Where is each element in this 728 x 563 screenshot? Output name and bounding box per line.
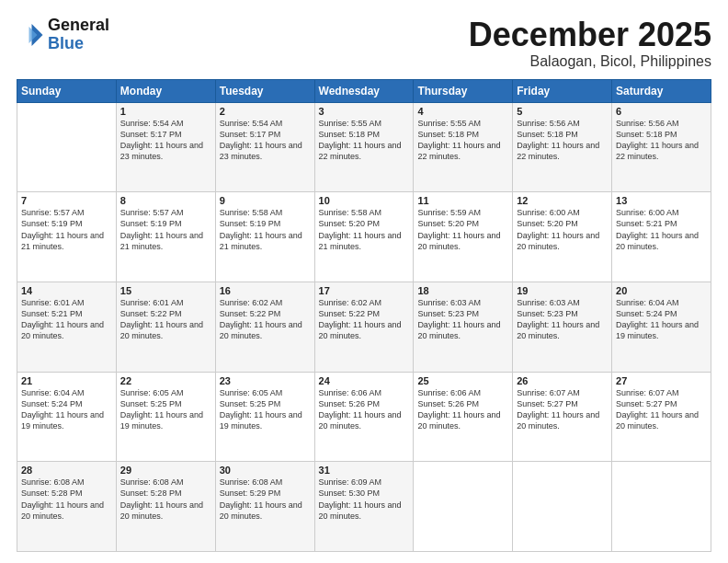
sunrise-text: Sunrise: 6:01 AM [21, 297, 112, 308]
daylight-text: Daylight: 11 hours and 22 minutes. [616, 140, 707, 162]
daylight-text: Daylight: 11 hours and 20 minutes. [417, 409, 508, 431]
calendar-day-cell: 31 Sunrise: 6:09 AM Sunset: 5:30 PM Dayl… [314, 462, 414, 552]
sunrise-text: Sunrise: 5:58 AM [319, 207, 410, 218]
day-number: 3 [319, 106, 410, 117]
daylight-text: Daylight: 11 hours and 20 minutes. [517, 319, 608, 341]
day-number: 1 [120, 106, 211, 117]
sunrise-text: Sunrise: 6:05 AM [220, 387, 311, 398]
calendar-day-cell: 26 Sunrise: 6:07 AM Sunset: 5:27 PM Dayl… [513, 372, 612, 462]
sunset-text: Sunset: 5:27 PM [517, 398, 608, 409]
sunset-text: Sunset: 5:21 PM [21, 308, 112, 319]
daylight-text: Daylight: 11 hours and 21 minutes. [319, 230, 410, 252]
sunset-text: Sunset: 5:28 PM [120, 488, 211, 499]
sunrise-text: Sunrise: 6:02 AM [319, 297, 410, 308]
day-info: Sunrise: 6:04 AM Sunset: 5:24 PM Dayligh… [616, 297, 707, 342]
sunset-text: Sunset: 5:22 PM [319, 308, 410, 319]
logo-text: General Blue [48, 17, 109, 53]
calendar-day-cell: 18 Sunrise: 6:03 AM Sunset: 5:23 PM Dayl… [414, 282, 513, 372]
day-info: Sunrise: 6:07 AM Sunset: 5:27 PM Dayligh… [517, 387, 608, 432]
sunset-text: Sunset: 5:20 PM [517, 218, 608, 229]
calendar-day-cell: 28 Sunrise: 6:08 AM Sunset: 5:28 PM Dayl… [17, 462, 117, 552]
day-number: 5 [517, 106, 608, 117]
day-info: Sunrise: 6:03 AM Sunset: 5:23 PM Dayligh… [417, 297, 508, 342]
day-number: 22 [120, 375, 211, 386]
logo-icon [17, 21, 44, 49]
day-info: Sunrise: 5:58 AM Sunset: 5:20 PM Dayligh… [319, 207, 410, 252]
sunrise-text: Sunrise: 5:56 AM [616, 118, 707, 129]
sunset-text: Sunset: 5:29 PM [220, 488, 311, 499]
day-info: Sunrise: 6:02 AM Sunset: 5:22 PM Dayligh… [319, 297, 410, 342]
sunrise-text: Sunrise: 5:58 AM [220, 207, 311, 218]
day-number: 21 [21, 375, 112, 386]
sunrise-text: Sunrise: 6:03 AM [517, 297, 608, 308]
sunset-text: Sunset: 5:25 PM [220, 398, 311, 409]
day-info: Sunrise: 5:57 AM Sunset: 5:19 PM Dayligh… [120, 207, 211, 252]
calendar-day-cell: 3 Sunrise: 5:55 AM Sunset: 5:18 PM Dayli… [314, 102, 414, 192]
day-of-week-header: Sunday [17, 79, 117, 102]
daylight-text: Daylight: 11 hours and 20 minutes. [319, 319, 410, 341]
day-number: 20 [616, 285, 707, 296]
day-info: Sunrise: 6:06 AM Sunset: 5:26 PM Dayligh… [319, 387, 410, 432]
day-info: Sunrise: 5:55 AM Sunset: 5:18 PM Dayligh… [319, 118, 410, 163]
calendar-day-cell: 7 Sunrise: 5:57 AM Sunset: 5:19 PM Dayli… [17, 192, 117, 282]
day-info: Sunrise: 6:08 AM Sunset: 5:28 PM Dayligh… [120, 477, 211, 522]
daylight-text: Daylight: 11 hours and 20 minutes. [120, 500, 211, 522]
calendar-header-row: SundayMondayTuesdayWednesdayThursdayFrid… [17, 79, 711, 102]
header: General Blue December 2025 Balaogan, Bic… [17, 17, 711, 70]
sunset-text: Sunset: 5:19 PM [220, 218, 311, 229]
sunrise-text: Sunrise: 6:08 AM [120, 477, 211, 488]
calendar-day-cell: 10 Sunrise: 5:58 AM Sunset: 5:20 PM Dayl… [314, 192, 414, 282]
daylight-text: Daylight: 11 hours and 23 minutes. [220, 140, 311, 162]
day-number: 17 [319, 285, 410, 296]
day-number: 24 [319, 375, 410, 386]
sunset-text: Sunset: 5:18 PM [417, 129, 508, 140]
sunset-text: Sunset: 5:26 PM [319, 398, 410, 409]
calendar-day-cell: 19 Sunrise: 6:03 AM Sunset: 5:23 PM Dayl… [513, 282, 612, 372]
sunrise-text: Sunrise: 6:02 AM [220, 297, 311, 308]
calendar-day-cell: 25 Sunrise: 6:06 AM Sunset: 5:26 PM Dayl… [414, 372, 513, 462]
sunrise-text: Sunrise: 5:55 AM [319, 118, 410, 129]
day-info: Sunrise: 5:54 AM Sunset: 5:17 PM Dayligh… [220, 118, 311, 163]
calendar-day-cell: 5 Sunrise: 5:56 AM Sunset: 5:18 PM Dayli… [513, 102, 612, 192]
calendar-week-row: 28 Sunrise: 6:08 AM Sunset: 5:28 PM Dayl… [17, 462, 711, 552]
page: General Blue December 2025 Balaogan, Bic… [0, 0, 728, 563]
calendar-day-cell: 11 Sunrise: 5:59 AM Sunset: 5:20 PM Dayl… [414, 192, 513, 282]
day-number: 7 [21, 195, 112, 206]
sunrise-text: Sunrise: 6:07 AM [616, 387, 707, 398]
sunset-text: Sunset: 5:24 PM [616, 308, 707, 319]
daylight-text: Daylight: 11 hours and 20 minutes. [616, 409, 707, 431]
day-number: 6 [616, 106, 707, 117]
day-of-week-header: Wednesday [314, 79, 414, 102]
sunrise-text: Sunrise: 6:04 AM [21, 387, 112, 398]
day-info: Sunrise: 6:08 AM Sunset: 5:28 PM Dayligh… [21, 477, 112, 522]
sunset-text: Sunset: 5:17 PM [220, 129, 311, 140]
calendar-day-cell: 21 Sunrise: 6:04 AM Sunset: 5:24 PM Dayl… [17, 372, 117, 462]
calendar-day-cell: 23 Sunrise: 6:05 AM Sunset: 5:25 PM Dayl… [215, 372, 314, 462]
day-info: Sunrise: 5:56 AM Sunset: 5:18 PM Dayligh… [517, 118, 608, 163]
sunset-text: Sunset: 5:21 PM [616, 218, 707, 229]
daylight-text: Daylight: 11 hours and 20 minutes. [417, 230, 508, 252]
sunrise-text: Sunrise: 6:04 AM [616, 297, 707, 308]
day-number: 29 [120, 465, 211, 476]
calendar-day-cell [414, 462, 513, 552]
daylight-text: Daylight: 11 hours and 21 minutes. [120, 230, 211, 252]
calendar-week-row: 7 Sunrise: 5:57 AM Sunset: 5:19 PM Dayli… [17, 192, 711, 282]
day-number: 26 [517, 375, 608, 386]
day-of-week-header: Thursday [414, 79, 513, 102]
day-number: 13 [616, 195, 707, 206]
sunrise-text: Sunrise: 5:59 AM [417, 207, 508, 218]
day-number: 31 [319, 465, 410, 476]
daylight-text: Daylight: 11 hours and 20 minutes. [21, 319, 112, 341]
day-number: 4 [417, 106, 508, 117]
day-number: 8 [120, 195, 211, 206]
calendar-day-cell: 16 Sunrise: 6:02 AM Sunset: 5:22 PM Dayl… [215, 282, 314, 372]
sunrise-text: Sunrise: 6:06 AM [319, 387, 410, 398]
day-info: Sunrise: 6:07 AM Sunset: 5:27 PM Dayligh… [616, 387, 707, 432]
calendar-day-cell: 29 Sunrise: 6:08 AM Sunset: 5:28 PM Dayl… [116, 462, 215, 552]
daylight-text: Daylight: 11 hours and 21 minutes. [21, 230, 112, 252]
sunset-text: Sunset: 5:18 PM [517, 129, 608, 140]
calendar-day-cell: 20 Sunrise: 6:04 AM Sunset: 5:24 PM Dayl… [612, 282, 711, 372]
daylight-text: Daylight: 11 hours and 19 minutes. [120, 409, 211, 431]
sunrise-text: Sunrise: 6:06 AM [417, 387, 508, 398]
sunset-text: Sunset: 5:19 PM [120, 218, 211, 229]
